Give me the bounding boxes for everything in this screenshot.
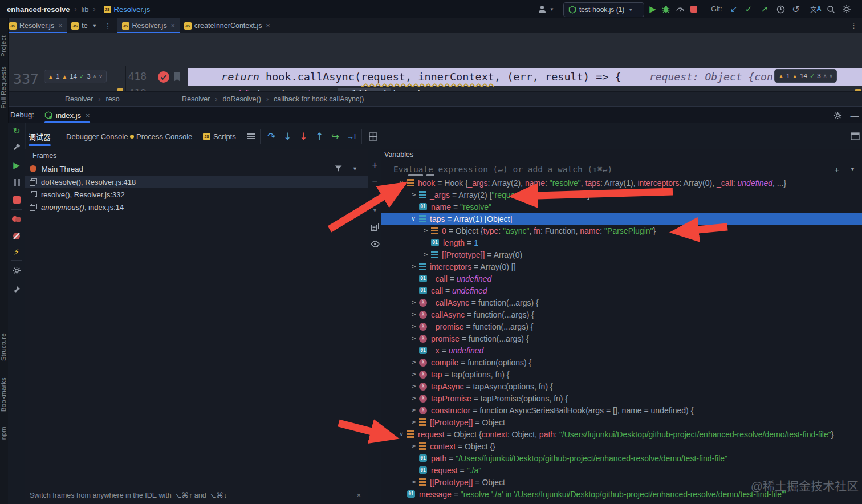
add-watch-plus-icon[interactable]: +: [834, 165, 839, 174]
expand-chevron-icon[interactable]: ∨: [410, 309, 417, 320]
add-watch-icon[interactable]: +: [368, 160, 381, 171]
frame-row[interactable]: resolve(), Resolver.js:332: [25, 188, 368, 201]
code-line-418[interactable]: return hook.callAsync(request, innerCont…: [221, 68, 621, 86]
inspections-widget[interactable]: ▲1▲14✓3∧∨: [44, 70, 107, 83]
variable-row-interceptors[interactable]: ∨interceptors = Array(0) []: [381, 261, 862, 273]
prev-problem-icon[interactable]: ∧: [93, 74, 97, 79]
debug-session-tab[interactable]: index.js ×: [44, 107, 90, 124]
close-icon[interactable]: ×: [266, 22, 270, 30]
profiler-button[interactable]: [674, 0, 686, 18]
variable-row--promise[interactable]: ∨λ_promise = function(...args) {: [381, 320, 862, 332]
variable-row--callasync[interactable]: ∨λ_callAsync = function(...args) {: [381, 296, 862, 308]
variable-row-request[interactable]: ∨request = Object {context: Object, path…: [381, 428, 862, 440]
pin-icon[interactable]: [8, 283, 25, 296]
frame-row[interactable]: anonymous(), index.js:14: [25, 201, 368, 213]
line-number[interactable]: 418: [117, 70, 147, 82]
step-into-icon[interactable]: ↓: [280, 123, 294, 149]
threads-view-icon[interactable]: [244, 123, 258, 149]
error-stripe[interactable]: [855, 86, 861, 91]
tab-resolver-left[interactable]: JS Resolver.js×: [5, 18, 67, 33]
mute-breakpoints-icon[interactable]: [8, 229, 25, 243]
user-account-icon[interactable]: [536, 0, 548, 18]
chevron-down-icon[interactable]: ▼: [352, 166, 357, 172]
evaluate-expression-input[interactable]: Evaluate expression (↵) or add a watch (…: [381, 162, 862, 177]
breadcrumb-folder[interactable]: lib: [82, 5, 89, 14]
expand-chevron-icon[interactable]: ∨: [422, 249, 429, 261]
breadcrumb-project[interactable]: enhanced-resolve: [7, 5, 70, 14]
variable-row-tapasync[interactable]: ∨λtapAsync = tapAsync(options, fn) {: [381, 380, 862, 392]
step-over-icon[interactable]: ↷: [265, 123, 278, 149]
view-breakpoints-icon[interactable]: [8, 212, 25, 226]
variable-row--x[interactable]: 01_x = undefined: [381, 344, 862, 356]
expand-chevron-icon[interactable]: ∨: [410, 261, 417, 273]
stop-icon[interactable]: [8, 193, 25, 206]
settings-gear-icon[interactable]: [840, 0, 853, 18]
tab-createinnercontext[interactable]: JS createInnerContext.js×: [180, 18, 275, 33]
expand-chevron-icon[interactable]: ∨: [410, 417, 417, 428]
debug-button[interactable]: [660, 0, 672, 18]
close-icon[interactable]: ×: [86, 111, 90, 120]
breadcrumb-item[interactable]: reso: [106, 95, 120, 103]
rollback-icon[interactable]: ↺: [790, 0, 802, 18]
inspections-widget[interactable]: ▲1▲14✓3∧∨: [774, 69, 837, 83]
stop-button[interactable]: [688, 0, 700, 18]
next-problem-icon[interactable]: ∨: [829, 73, 833, 79]
filter-funnel-icon[interactable]: [335, 165, 342, 172]
translate-icon[interactable]: 文A: [808, 0, 823, 18]
expand-chevron-icon[interactable]: ∨: [410, 477, 417, 488]
variable-row--prototype-[interactable]: ∨[[Prototype]] = Array(0): [381, 249, 862, 261]
expand-chevron-icon[interactable]: ∨: [410, 405, 417, 416]
line-number[interactable]: 337: [5, 71, 39, 87]
user-chevron-icon[interactable]: ▼: [548, 0, 555, 18]
expand-chevron-icon[interactable]: ∨: [410, 393, 417, 404]
close-icon[interactable]: ×: [356, 491, 361, 499]
variable-row-context[interactable]: ∨context = Object {}: [381, 440, 862, 452]
expand-chevron-icon[interactable]: ∨: [396, 430, 407, 438]
force-step-into-icon[interactable]: ↓: [296, 123, 310, 149]
wrench-icon[interactable]: [8, 140, 25, 153]
tab-process-console[interactable]: Process Console: [130, 123, 192, 149]
editor-area[interactable]: 337 338 339 418 419 420 421 return hook.…: [0, 33, 862, 91]
kebab-menu-icon[interactable]: ⋮: [104, 22, 112, 30]
rail-item-npm[interactable]: npm: [0, 426, 8, 446]
variable-row-request[interactable]: 01request = "./a": [381, 464, 862, 476]
variable-row-length[interactable]: 01length = 1: [381, 237, 862, 249]
rail-item-bookmarks[interactable]: Bookmarks: [0, 377, 8, 417]
variable-row--prototype-[interactable]: ∨[[Prototype]] = Object: [381, 416, 862, 428]
line-number[interactable]: 419: [117, 87, 147, 91]
rail-item-project[interactable]: Project: [0, 35, 8, 64]
smart-step-into-icon[interactable]: →I: [344, 123, 358, 149]
hide-toolwindow-icon[interactable]: —: [848, 106, 861, 124]
move-up-icon[interactable]: ▲: [368, 193, 381, 202]
breadcrumb-file[interactable]: Resolver.js: [114, 5, 151, 14]
tab-debugger[interactable]: 调试器: [29, 123, 51, 149]
expand-chevron-icon[interactable]: ∨: [410, 369, 417, 380]
variable-row-callasync[interactable]: ∨λcallAsync = function(...args) {: [381, 308, 862, 320]
show-values-eye-icon[interactable]: [368, 238, 381, 250]
gear-icon[interactable]: [831, 106, 844, 124]
expand-chevron-icon[interactable]: ∨: [410, 297, 417, 308]
frame-row[interactable]: doResolve(), Resolver.js:418: [25, 176, 368, 188]
tab-debugger-console[interactable]: Debugger Console: [66, 123, 128, 149]
variable-row-hook[interactable]: ∨hook = Hook {_args: Array(2), name: "re…: [381, 177, 862, 189]
force-run-bolt-icon[interactable]: ⚡: [8, 245, 25, 259]
tab-options-kebab-icon[interactable]: ⋮: [850, 21, 857, 33]
rail-item-structure[interactable]: Structure: [0, 333, 8, 367]
expand-chevron-icon[interactable]: ∨: [422, 225, 429, 237]
tab-truncated[interactable]: JS te ▼ ⋮: [67, 18, 113, 33]
git-commit-icon[interactable]: ✓: [742, 0, 755, 18]
chevron-down-icon[interactable]: ▼: [850, 166, 855, 172]
close-icon[interactable]: ×: [171, 22, 175, 30]
next-problem-icon[interactable]: ∨: [99, 74, 103, 79]
history-clock-icon[interactable]: [774, 0, 787, 18]
variable-row-constructor[interactable]: ∨λconstructor = function AsyncSeriesBail…: [381, 404, 862, 416]
git-push-icon[interactable]: ↗: [758, 0, 771, 18]
debug-settings-gear-icon[interactable]: [8, 263, 25, 277]
remove-watch-icon[interactable]: −: [368, 177, 381, 188]
breadcrumb-item[interactable]: doResolve(): [223, 95, 261, 103]
breakpoint-icon[interactable]: [157, 71, 170, 83]
expand-chevron-icon[interactable]: ∨: [410, 357, 417, 368]
move-down-icon[interactable]: ▼: [368, 205, 381, 214]
run-configuration-select[interactable]: test-hook.js (1) ▼: [563, 2, 644, 17]
variable-row-compile[interactable]: ∨λcompile = function(options) {: [381, 356, 862, 368]
